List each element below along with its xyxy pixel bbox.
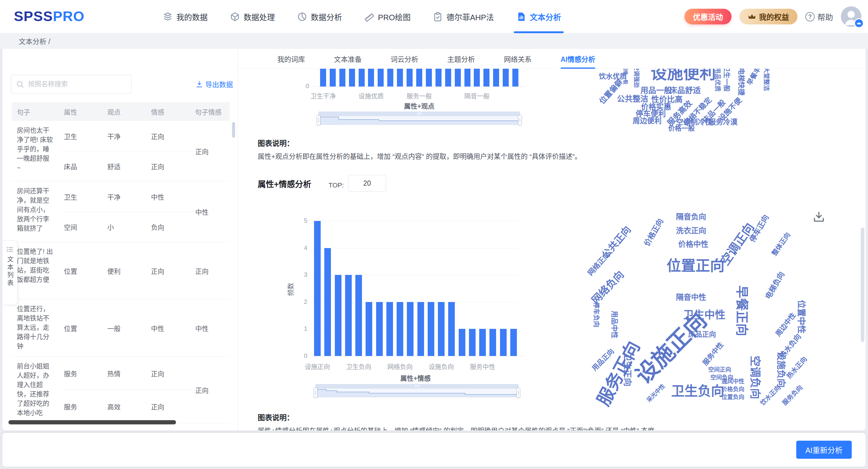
main-scrollbar[interactable] [861,227,864,342]
sentence-table: 句子属性观点情感句子情感 房间也太干净了吧! 床软乎乎的，睡一晚超舒服~卫生干净… [11,102,230,423]
grip-icon [417,113,421,115]
promo-button[interactable]: 优惠活动 [684,9,732,24]
datazoom-move-handle[interactable] [318,112,520,116]
x-axis-label: 设施负向 [429,362,454,371]
text-list-tab[interactable]: 文本列表 [2,241,18,305]
cloud-word: 大堂整洁 [764,67,770,91]
section-title: 属性+情感分析 [258,178,311,190]
cloud-word: 卫生一般 [723,65,730,92]
cloud-word: 早餐正向 [735,285,748,336]
table-row-group: 位置绝了! 出门就是地铁站，逛街吃饭都超方便位置便利正向正向 [11,242,230,299]
cloud-word: 空调正向 [718,221,756,268]
nav-item-pro-plot[interactable]: PRO绘图 [364,0,410,33]
table-row[interactable]: 卫生干净中性 [64,182,195,212]
cloud-word: 用品一般 [641,87,672,94]
sentiment-cell: 正向 [151,402,195,411]
cloud-word: 空调负向 [749,356,761,399]
datazoom-handle-left[interactable] [317,115,320,125]
download-chart-icon[interactable] [812,210,826,223]
bar [397,302,403,356]
bar [386,302,393,356]
top-n-input[interactable]: 20 [348,175,386,192]
cloud-word: 电梯负向 [764,270,786,300]
logo-primary: SPSS [14,8,53,24]
export-data-link[interactable]: 导出数据 [195,79,233,89]
x-axis-line [312,87,526,87]
vip-badge [854,19,864,28]
tab-my-lexicon[interactable]: 我的词库 [277,49,305,69]
y-axis-tick: 4 [289,244,307,251]
app-logo[interactable]: SPSSPRO [14,8,84,24]
attr-cell: 服务 [64,368,107,378]
cloud-word: 卫生正向 [623,353,631,386]
left-panel-scrollbar[interactable] [232,122,235,138]
analysis-tabs: 我的词库文本准备词云分析主题分析网络关系AI情感分析 [238,49,866,69]
cloud-word: 网络负向 [590,269,625,305]
table-row-group: 房间也太干净了吧! 床软乎乎的，睡一晚超舒服~卫生干净正向床品舒适正向正向 [11,121,230,182]
benefits-button[interactable]: 我的权益 [739,9,798,24]
table-row[interactable]: 床品舒适正向 [64,151,195,182]
table-row[interactable]: 服务高效正向 [64,390,195,423]
table-row[interactable]: 空间小负向 [64,212,195,242]
nav-item-delphi-ahp[interactable]: 德尔菲AHP法 [433,0,494,33]
datazoom-move-handle[interactable] [315,384,519,388]
nav-item-text-analysis[interactable]: 文本分析 [516,0,561,33]
cloud-word: 公共整洁 [617,95,648,103]
search-input[interactable] [27,80,126,88]
text-list-label: 文本列表 [5,256,14,287]
chart1-datazoom[interactable] [318,112,520,125]
datazoom-handle-right[interactable] [518,115,522,125]
cloud-word: 整体正向 [771,231,792,257]
question-icon: ? [805,12,815,22]
attr-sentiment-wordcloud: 设施正向服务正向位置正向早餐正向卫生负向卫生中性空调正向公共正向网络负向网络正向… [588,205,808,401]
attr-cell: 卫生 [64,192,107,201]
table-row[interactable]: 服务热情正向 [64,356,195,390]
horizontal-scrollbar[interactable] [8,420,176,425]
bar [500,329,507,356]
opinion-cell: 一般 [107,323,151,333]
bar [417,302,424,356]
grid-line [312,302,519,302]
cloud-word: 价格正向 [643,217,664,247]
help-button[interactable]: ?帮助 [805,11,833,22]
tab-network-relation[interactable]: 网络关系 [504,49,532,69]
tab-ai-sentiment[interactable]: AI情感分析 [561,49,595,69]
datazoom-handle-left[interactable] [314,387,317,398]
table-row[interactable]: 卫生干净正向 [64,121,195,151]
chart2-datazoom[interactable] [315,384,519,397]
attr-cell: 服务 [64,402,107,411]
cloud-word: 隔音负向 [676,213,706,221]
tab-wordcloud-analysis[interactable]: 词云分析 [391,49,418,69]
subrows: 卫生干净正向床品舒适正向 [64,121,195,181]
bar [428,302,434,356]
top-nav: SPSSPRO 我的数据数据处理数据分析PRO绘图德尔菲AHP法文本分析 优惠活… [0,0,868,33]
table-row[interactable]: 位置一般中性 [64,299,195,356]
nav-item-data-processing[interactable]: 数据处理 [230,0,275,33]
x-axis-label: 设施正向 [305,362,330,371]
datazoom-handle-right[interactable] [517,387,520,398]
bar [335,275,341,356]
sentiment-cell: 正向 [151,131,195,141]
table-header-cell: 情感 [151,107,195,116]
opinion-cell: 便利 [107,266,151,276]
tab-text-prep[interactable]: 文本准备 [334,49,362,69]
grip-icon [415,385,419,387]
grid-line [312,248,519,248]
search-icon [16,80,24,88]
search-box[interactable] [11,75,131,93]
nav-item-data-analysis[interactable]: 数据分析 [297,0,342,33]
sentiment-cell: 正向 [151,161,195,171]
ai-reanalyze-button[interactable]: AI重新分析 [796,441,852,459]
sentence-list-panel: 导出数据 句子属性观点情感句子情感 房间也太干净了吧! 床软乎乎的，睡一晚超舒服… [2,49,238,430]
table-header-cell: 句子情感 [195,107,230,116]
nav-item-my-data[interactable]: 我的数据 [163,0,208,33]
bar [490,329,496,356]
tab-topic-analysis[interactable]: 主题分析 [447,49,475,69]
attr-cell: 位置 [64,266,107,276]
pie-chart-icon [297,12,307,22]
x-axis-label: 隔音一般 [464,91,490,100]
analysis-panel: 0卫生干净设施优质服务一般隔音一般属性+观点图表说明：属性+观点分析即在属性分析… [238,49,866,430]
x-axis-label: 网络负向 [387,362,412,371]
table-row[interactable]: 位置便利正向 [64,242,195,299]
avatar[interactable] [841,6,861,27]
